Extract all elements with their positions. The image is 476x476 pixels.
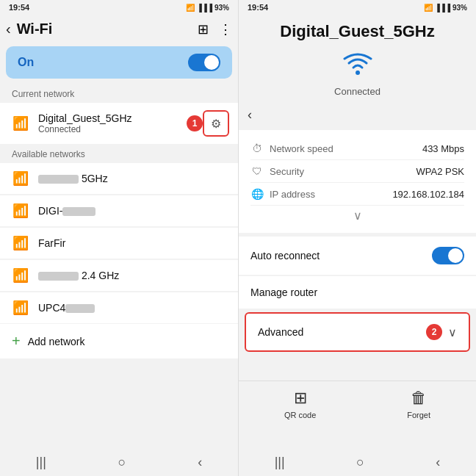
- right-status-icons: 📶 ▐▐▐ 93%: [424, 4, 467, 12]
- security-label: Security: [270, 166, 304, 177]
- qr-code-button[interactable]: ⊞ QR code: [284, 389, 316, 419]
- forget-button[interactable]: 🗑 Forget: [407, 389, 430, 419]
- network-name: 5GHz: [38, 173, 229, 184]
- ip-label: IP address: [270, 189, 315, 200]
- right-time: 19:54: [248, 3, 268, 12]
- qr-code-icon: ⊞: [294, 389, 307, 408]
- current-network-badge: 1: [187, 115, 203, 131]
- right-network-title: Digital_Guest_5GHz: [239, 15, 476, 44]
- wifi-signal-icon: 📶: [9, 115, 32, 131]
- wifi-toggle-row: On: [6, 46, 232, 79]
- connected-label: Connected: [239, 86, 476, 97]
- network-info: DIGI-: [38, 205, 229, 217]
- security-value: WPA2 PSK: [416, 166, 464, 177]
- network-name: FarFir: [38, 237, 229, 249]
- network-details-card: ⏱ Network speed 433 Mbps 🛡 Security WPA2…: [239, 130, 476, 233]
- advanced-label: Advanced: [258, 326, 303, 338]
- available-networks-label: Available networks: [0, 145, 238, 162]
- list-item[interactable]: 📶 UPC4: [0, 292, 238, 323]
- wifi-big-icon: [239, 50, 476, 83]
- right-wifi-icon: 📶: [424, 4, 433, 12]
- wifi-icon: 📶: [9, 170, 32, 187]
- settings-button[interactable]: ⚙: [203, 110, 229, 137]
- speed-label: Network speed: [270, 143, 333, 154]
- right-signal-icon: ▐▐▐: [435, 4, 450, 12]
- right-bottom-nav: ||| ○ ‹: [239, 447, 476, 476]
- expand-details-icon[interactable]: ∨: [250, 206, 464, 226]
- right-nav-menu-btn[interactable]: |||: [275, 455, 285, 470]
- wifi-icon: 📶: [9, 300, 32, 316]
- wifi-toggle-switch[interactable]: [188, 54, 220, 71]
- list-item[interactable]: 📶 2.4 GHz: [0, 260, 238, 291]
- advanced-row[interactable]: Advanced 2 ∨: [245, 312, 470, 352]
- more-options-icon[interactable]: ⋮: [219, 21, 232, 37]
- nav-home-btn[interactable]: ○: [118, 455, 126, 470]
- current-network-name: Digital_Guest_5GHz: [38, 112, 182, 124]
- svg-point-0: [356, 71, 360, 75]
- network-suffix: 2.4 GHz: [82, 270, 119, 281]
- ip-icon: 🌐: [250, 188, 264, 200]
- list-item[interactable]: 📶 FarFir: [0, 228, 238, 259]
- wifi-icon: 📶: [9, 267, 32, 284]
- right-nav-home-btn[interactable]: ○: [356, 455, 364, 470]
- ip-value: 192.168.102.184: [392, 189, 464, 200]
- blurred-ssid: [65, 304, 95, 313]
- network-info: 2.4 GHz: [38, 270, 229, 281]
- blurred-ssid: [38, 272, 79, 281]
- signal-icon: ▐▐▐: [197, 4, 212, 12]
- left-status-icons: 📶 ▐▐▐ 93%: [186, 4, 229, 12]
- left-bottom-nav: ||| ○ ‹: [0, 447, 238, 476]
- qr-code-label: QR code: [284, 411, 316, 419]
- nav-menu-btn[interactable]: |||: [36, 455, 46, 470]
- battery-icon: 93%: [214, 4, 229, 12]
- wifi-icon: 📶: [9, 203, 32, 219]
- advanced-badge: 2: [426, 324, 442, 340]
- auto-reconnect-label: Auto reconnect: [250, 250, 320, 262]
- right-battery: 93%: [452, 4, 467, 12]
- current-network-item[interactable]: 📶 Digital_Guest_5GHz Connected 1 ⚙: [0, 103, 238, 144]
- list-item[interactable]: 📶 5GHz: [0, 163, 238, 194]
- left-time: 19:54: [9, 3, 29, 12]
- right-panel: 19:54 📶 ▐▐▐ 93% Digital_Guest_5GHz Conne…: [238, 0, 476, 476]
- speed-icon: ⏱: [250, 143, 264, 154]
- list-item[interactable]: 📶 DIGI-: [0, 195, 238, 226]
- network-info: 5GHz: [38, 173, 229, 184]
- left-top-bar: ‹ Wi-Fi ⊞ ⋮: [0, 15, 238, 46]
- speed-value: 433 Mbps: [422, 143, 464, 154]
- wifi-status-icon: 📶: [186, 4, 195, 12]
- left-status-bar: 19:54 📶 ▐▐▐ 93%: [0, 0, 238, 15]
- detail-back-button[interactable]: ‹: [239, 103, 476, 127]
- nav-back-btn[interactable]: ‹: [198, 455, 202, 470]
- auto-reconnect-row[interactable]: Auto reconnect: [239, 237, 476, 275]
- manage-router-row[interactable]: Manage router: [239, 276, 476, 309]
- page-title: Wi-Fi: [17, 21, 198, 37]
- security-icon: 🛡: [250, 165, 264, 177]
- ip-row: 🌐 IP address 192.168.102.184: [250, 183, 464, 206]
- current-network-label: Current network: [0, 84, 238, 102]
- network-info: UPC4: [38, 302, 229, 314]
- forget-icon: 🗑: [411, 389, 427, 408]
- advanced-chevron-icon[interactable]: ∨: [448, 325, 457, 339]
- auto-reconnect-toggle[interactable]: [432, 247, 464, 264]
- network-name: DIGI-: [38, 205, 229, 217]
- security-row: 🛡 Security WPA2 PSK: [250, 160, 464, 183]
- blurred-ssid: [62, 207, 95, 216]
- plus-icon: +: [12, 333, 21, 350]
- back-button[interactable]: ‹: [3, 18, 17, 40]
- top-bar-icons: ⊞ ⋮: [198, 21, 232, 37]
- network-suffix: 5GHz: [82, 173, 108, 184]
- add-network-item[interactable]: + Add network: [0, 324, 238, 358]
- right-status-bar: 19:54 📶 ▐▐▐ 93%: [239, 0, 476, 15]
- manage-router-label: Manage router: [250, 286, 317, 298]
- blurred-ssid: [38, 175, 79, 184]
- qr-icon[interactable]: ⊞: [198, 21, 209, 37]
- right-bottom-actions: ⊞ QR code 🗑 Forget: [239, 381, 476, 422]
- network-name: UPC4: [38, 302, 229, 314]
- current-network-info: Digital_Guest_5GHz Connected: [38, 112, 182, 134]
- network-name: 2.4 GHz: [38, 270, 229, 281]
- current-network-status: Connected: [38, 124, 182, 134]
- right-nav-back-btn[interactable]: ‹: [436, 455, 440, 470]
- speed-row: ⏱ Network speed 433 Mbps: [250, 137, 464, 160]
- wifi-icon: 📶: [9, 235, 32, 251]
- network-info: FarFir: [38, 237, 229, 249]
